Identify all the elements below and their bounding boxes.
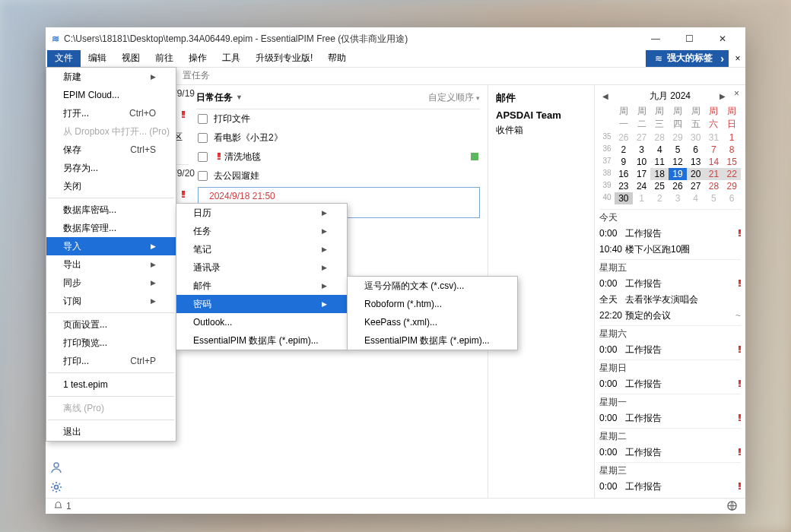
cal-day[interactable]: 17 bbox=[633, 168, 651, 180]
menu-item[interactable]: 数据库管理... bbox=[46, 219, 176, 237]
cal-day[interactable]: 11 bbox=[650, 156, 669, 168]
menu-item[interactable]: Outlook... bbox=[176, 313, 347, 331]
cal-day[interactable]: 29 bbox=[723, 180, 741, 192]
agenda-item[interactable]: 0:00工作报告!! bbox=[599, 445, 741, 461]
cal-day[interactable]: 29 bbox=[669, 131, 687, 144]
cal-day[interactable]: 30 bbox=[687, 131, 705, 144]
cal-day[interactable]: 15 bbox=[723, 156, 741, 168]
cal-day[interactable]: 22 bbox=[723, 168, 741, 180]
cal-next-button[interactable]: ▶ bbox=[720, 92, 726, 100]
tags-bar[interactable]: ≋强大的标签› bbox=[646, 50, 729, 67]
menu-item[interactable]: EssentialPIM 数据库 (*.epim)... bbox=[348, 331, 517, 350]
minimize-button[interactable]: — bbox=[639, 27, 672, 50]
cal-day[interactable]: 2 bbox=[615, 144, 633, 156]
cal-day[interactable]: 16 bbox=[615, 168, 633, 180]
sort-button[interactable]: 自定义顺序 ▾ bbox=[428, 91, 480, 104]
menu-item[interactable]: 另存为... bbox=[46, 159, 176, 177]
menu-item[interactable]: 关闭 bbox=[46, 177, 176, 195]
cal-day[interactable]: 24 bbox=[633, 180, 651, 192]
cal-day[interactable]: 18 bbox=[650, 168, 669, 180]
cal-day[interactable]: 28 bbox=[705, 180, 723, 192]
task-checkbox[interactable] bbox=[198, 152, 208, 162]
maximize-button[interactable]: ☐ bbox=[672, 27, 706, 50]
password-submenu[interactable]: 逗号分隔的文本 (*.csv)...Roboform (*.htm)...Kee… bbox=[347, 276, 518, 350]
menu-item[interactable]: 逗号分隔的文本 (*.csv)... bbox=[348, 277, 517, 295]
menu-item[interactable]: 保存Ctrl+S bbox=[46, 141, 176, 159]
file-menu[interactable]: 新建▶EPIM Cloud...打开...Ctrl+O从 Dropbox 中打开… bbox=[46, 67, 176, 442]
cal-day[interactable]: 23 bbox=[615, 180, 633, 192]
task-checkbox[interactable] bbox=[198, 133, 208, 143]
agenda-item[interactable]: 0:00工作报告!! bbox=[599, 226, 741, 242]
agenda-item[interactable]: 0:00工作报告!! bbox=[599, 376, 741, 392]
menu-item[interactable]: 数据库密码... bbox=[46, 201, 176, 219]
menu-item[interactable]: 同步▶ bbox=[46, 274, 176, 292]
menu-item[interactable]: 日历▶ bbox=[176, 204, 347, 222]
cal-day[interactable]: 14 bbox=[705, 156, 723, 168]
menu-item[interactable]: 邮件▶ bbox=[176, 277, 347, 295]
menu-item[interactable]: EPIM Cloud... bbox=[46, 86, 176, 104]
cal-day[interactable]: 28 bbox=[650, 131, 669, 144]
cal-day[interactable]: 6 bbox=[723, 192, 741, 204]
cal-day[interactable]: 7 bbox=[705, 144, 723, 156]
menu-item[interactable]: 1 test.epim bbox=[46, 375, 176, 394]
menu-3[interactable]: 前往 bbox=[148, 50, 181, 67]
cal-day[interactable]: 12 bbox=[669, 156, 687, 168]
menu-2[interactable]: 视图 bbox=[114, 50, 148, 67]
gear-icon[interactable] bbox=[50, 481, 62, 493]
menu-4[interactable]: 操作 bbox=[181, 50, 214, 67]
task-row[interactable]: 打印文件 bbox=[196, 109, 480, 128]
tagbar-close[interactable]: × bbox=[730, 50, 745, 67]
cal-day[interactable]: 1 bbox=[633, 192, 651, 204]
agenda-item[interactable]: 0:00工作报告!! bbox=[599, 342, 741, 358]
menu-item[interactable]: 笔记▶ bbox=[176, 240, 347, 258]
task-checkbox[interactable] bbox=[198, 114, 208, 124]
menu-item[interactable]: 导出▶ bbox=[46, 255, 176, 274]
menu-item[interactable]: EssentialPIM 数据库 (*.epim)... bbox=[176, 331, 347, 350]
agenda-item[interactable]: 0:00工作报告!! bbox=[599, 410, 741, 426]
globe-icon[interactable] bbox=[726, 500, 738, 511]
menu-6[interactable]: 升级到专业版! bbox=[248, 50, 320, 67]
menu-item[interactable]: 任务▶ bbox=[176, 222, 347, 240]
agenda-item[interactable]: 0:00工作报告!! bbox=[599, 276, 741, 292]
cal-day[interactable]: 26 bbox=[669, 180, 687, 192]
agenda-item[interactable]: 全天去看张学友演唱会 bbox=[599, 292, 741, 308]
cal-prev-button[interactable]: ◀ bbox=[602, 92, 608, 100]
menu-item[interactable]: 退出 bbox=[46, 423, 176, 441]
cal-day[interactable]: 10 bbox=[633, 156, 651, 168]
menu-0[interactable]: 文件 bbox=[47, 50, 81, 67]
menu-item[interactable]: 打开...Ctrl+O bbox=[46, 104, 176, 122]
mail-inbox[interactable]: 收件箱 bbox=[496, 124, 586, 137]
mail-team[interactable]: APSDAI Team bbox=[496, 109, 586, 121]
menu-1[interactable]: 编辑 bbox=[81, 50, 114, 67]
menu-item[interactable]: 打印预览... bbox=[46, 334, 176, 352]
menu-item[interactable]: 打印...Ctrl+P bbox=[46, 352, 176, 370]
cal-day[interactable]: 2 bbox=[650, 192, 669, 204]
menu-item[interactable]: Roboform (*.htm)... bbox=[348, 295, 517, 313]
cal-day[interactable]: 3 bbox=[669, 192, 687, 204]
user-icon[interactable] bbox=[50, 461, 62, 473]
menu-7[interactable]: 帮助 bbox=[320, 50, 354, 67]
cal-day[interactable]: 20 bbox=[687, 168, 705, 180]
cal-day[interactable]: 3 bbox=[633, 144, 651, 156]
task-row[interactable]: 去公园遛娃 bbox=[196, 166, 480, 185]
menu-item[interactable]: 密码▶ bbox=[176, 295, 347, 313]
cal-day[interactable]: 5 bbox=[705, 192, 723, 204]
cal-day[interactable]: 27 bbox=[687, 180, 705, 192]
cal-day[interactable]: 5 bbox=[669, 144, 687, 156]
notifications-button[interactable]: 1 bbox=[53, 501, 71, 511]
cal-day[interactable]: 6 bbox=[687, 144, 705, 156]
cal-day[interactable]: 25 bbox=[650, 180, 669, 192]
agenda-item[interactable]: 10:40楼下小区跑10圈 bbox=[599, 242, 741, 258]
cal-close-button[interactable]: × bbox=[734, 88, 739, 99]
cal-day[interactable]: 13 bbox=[687, 156, 705, 168]
cal-day[interactable]: 9 bbox=[615, 156, 633, 168]
menu-item[interactable]: 导入▶ bbox=[46, 237, 176, 255]
cal-day[interactable]: 30 bbox=[615, 192, 633, 204]
import-submenu[interactable]: 日历▶任务▶笔记▶通讯录▶邮件▶密码▶Outlook...EssentialPI… bbox=[176, 203, 348, 350]
agenda-item[interactable]: 22:20预定的会议~ bbox=[599, 308, 741, 324]
agenda-item[interactable]: 0:00工作报告!! bbox=[599, 479, 741, 495]
calendar-grid[interactable]: 周一周二周三周四周五周六周日35262728293031136234567837… bbox=[599, 104, 741, 204]
cal-day[interactable]: 1 bbox=[723, 131, 741, 144]
cal-day[interactable]: 4 bbox=[650, 144, 669, 156]
tasks-title[interactable]: 日常任务▼ bbox=[196, 91, 243, 104]
